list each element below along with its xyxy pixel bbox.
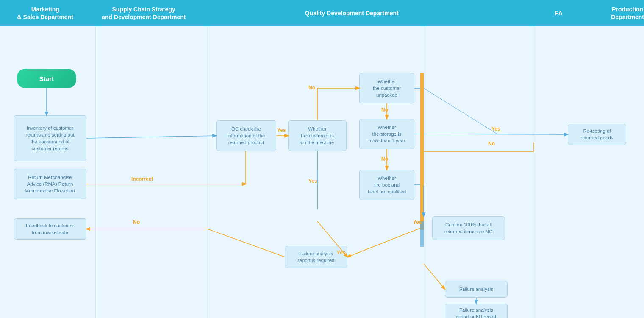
col-sep-3 — [424, 26, 424, 318]
arrows-svg — [0, 26, 644, 318]
failure-analysis-node: Failure analysis — [445, 281, 508, 298]
whether-unpacked-node: Whetherthe customerunpacked — [359, 73, 414, 103]
dept-supply-chain: Supply Chain Strategyand Development Dep… — [90, 0, 197, 26]
fa-report-8d-node: Failure analysisreport or 8D report — [445, 304, 508, 318]
department-headers: Marketing & Sales Department Supply Chai… — [0, 0, 644, 26]
svg-line-14 — [424, 88, 498, 134]
label-incorrect: Incorrect — [131, 176, 153, 182]
diagram-area: Start Inventory of customerreturns and s… — [0, 26, 644, 318]
label-no-unpacked: No — [381, 107, 388, 113]
svg-rect-10 — [420, 73, 424, 230]
qc-check-node: QC check theinformation of thereturned p… — [216, 120, 276, 151]
col-sep-2 — [208, 26, 208, 318]
fa-report-required-node: Failure analysisreport is required — [285, 246, 347, 268]
retesting-node: Re-testing ofreturned goods — [568, 124, 626, 145]
inventory-node: Inventory of customerreturns and sorting… — [14, 115, 86, 161]
label-no-storage: No — [381, 156, 388, 162]
whether-machine-node: Whetherthe customer ison the machine — [288, 120, 347, 151]
whether-storage-node: Whetherthe storage ismore than 1 year — [359, 119, 414, 149]
label-no-bottom: No — [133, 219, 140, 225]
feedback-node: Feedback to customerfrom market side — [14, 218, 86, 240]
label-no-right: No — [488, 141, 495, 147]
label-yes-machine: Yes — [308, 178, 317, 184]
svg-line-15 — [424, 134, 568, 134]
confirm-ng-node: Confirm 100% that allreturned items are … — [432, 216, 505, 240]
whether-box-node: Whetherthe box andlabel are qualified — [359, 170, 414, 200]
rma-node: Return MerchandiseAdvice (RMA) ReturnMer… — [14, 169, 86, 199]
svg-rect-18 — [420, 221, 424, 247]
start-node: Start — [17, 69, 76, 88]
label-yes-right: Yes — [491, 126, 500, 132]
dept-marketing: Marketing & Sales Department — [0, 0, 90, 26]
label-yes-qc: Yes — [277, 127, 286, 133]
svg-line-22 — [347, 228, 420, 257]
label-no-machine: No — [308, 85, 315, 91]
label-yes-ng: Yes — [413, 219, 422, 225]
dept-quality: Quality Development Department — [197, 0, 507, 26]
svg-line-20 — [208, 229, 285, 257]
dept-production: Production Department — [611, 0, 644, 26]
col-sep-1 — [95, 26, 96, 318]
col-sep-4 — [534, 26, 534, 318]
svg-line-24 — [424, 264, 445, 289]
svg-line-1 — [86, 136, 216, 138]
label-yes-bottom: Yes — [337, 250, 346, 256]
dept-fa: FA — [507, 0, 611, 26]
